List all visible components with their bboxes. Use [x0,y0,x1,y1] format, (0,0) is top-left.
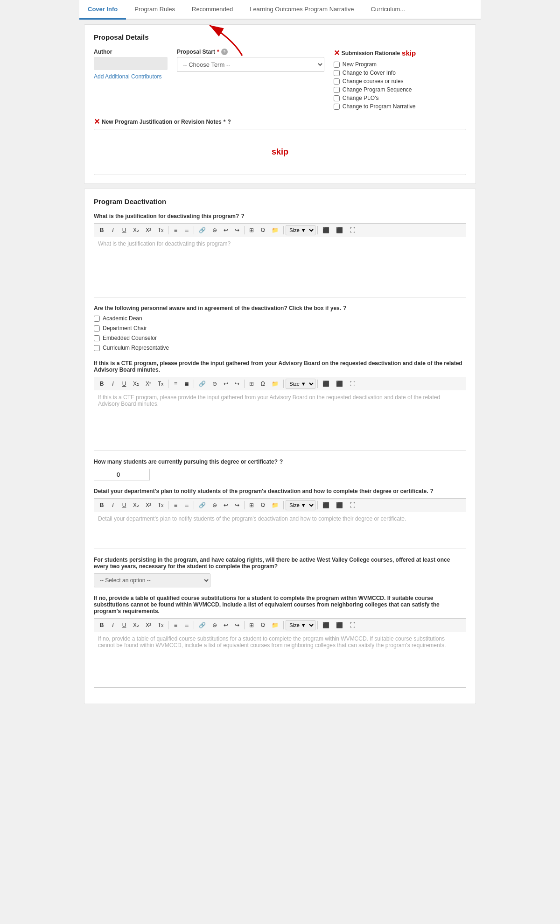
students-count-input[interactable] [94,469,150,480]
q7-size-select[interactable]: Size ▼ [286,620,315,630]
q3-subscript-btn[interactable]: X₂ [130,379,142,389]
size-select[interactable]: Size ▼ [286,225,315,235]
q3-clear-btn[interactable]: Tx [155,379,166,389]
rationale-checkbox-5[interactable] [334,104,340,110]
q3-bold-btn[interactable]: B [97,379,107,389]
rationale-option-2[interactable]: Change courses or rules [334,78,466,85]
q5-bold-btn[interactable]: B [97,500,107,510]
q3-unlink-btn[interactable]: ⊖ [210,379,220,389]
q1-info-icon[interactable]: ? [241,213,244,219]
q5-italic-btn[interactable]: I [108,500,118,510]
q3-editor[interactable]: If this is a CTE program, please provide… [94,390,466,451]
rationale-option-4[interactable]: Change PLO's [334,95,466,101]
q3-superscript-btn[interactable]: X² [143,379,154,389]
personnel-checkbox-2[interactable] [94,335,100,341]
subscript-btn[interactable]: X₂ [130,225,142,235]
q4-info-icon[interactable]: ? [280,458,283,465]
tab-curriculum[interactable]: Curriculum... [362,0,413,20]
ul-btn[interactable]: ≡ [170,225,181,235]
personnel-option-3[interactable]: Curriculum Representative [94,345,466,351]
file-btn[interactable]: 📁 [269,225,281,235]
q7-unlink-btn[interactable]: ⊖ [210,620,220,630]
q3-link-btn[interactable]: 🔗 [196,379,209,389]
q3-omega-btn[interactable]: Ω [258,379,268,389]
q7-subscript-btn[interactable]: X₂ [130,620,142,630]
q7-align2-btn[interactable]: ⬛ [333,620,346,630]
q7-editor[interactable]: If no, provide a table of qualified cour… [94,632,466,688]
q5-unlink-btn[interactable]: ⊖ [210,500,220,510]
q7-link-btn[interactable]: 🔗 [196,620,209,630]
align-center-btn[interactable]: ⬛ [333,225,346,235]
table-btn[interactable]: ⊞ [246,225,257,235]
rationale-checkbox-3[interactable] [334,87,340,93]
fullscreen-btn[interactable]: ⛶ [347,225,358,235]
q5-file-btn[interactable]: 📁 [269,500,281,510]
term-select[interactable]: -- Choose Term -- [177,57,324,72]
rationale-checkbox-1[interactable] [334,70,340,76]
q5-ol-btn[interactable]: ≣ [182,500,192,510]
rationale-checkbox-2[interactable] [334,78,340,85]
q7-bold-btn[interactable]: B [97,620,107,630]
q5-omega-btn[interactable]: Ω [258,500,268,510]
q3-italic-btn[interactable]: I [108,379,118,389]
italic-btn[interactable]: I [108,225,118,235]
q5-align-btn[interactable]: ⬛ [320,500,332,510]
rationale-option-0[interactable]: New Program [334,61,466,68]
link-btn[interactable]: 🔗 [196,225,209,235]
q5-fullscreen-btn[interactable]: ⛶ [347,500,358,510]
q7-omega-btn[interactable]: Ω [258,620,268,630]
personnel-checkbox-1[interactable] [94,325,100,332]
q7-file-btn[interactable]: 📁 [269,620,281,630]
personnel-checkbox-3[interactable] [94,345,100,351]
align-left-btn[interactable]: ⬛ [320,225,332,235]
redo-btn[interactable]: ↪ [232,225,242,235]
q5-superscript-btn[interactable]: X² [143,500,154,510]
q3-align-btn[interactable]: ⬛ [320,379,332,389]
q3-redo-btn[interactable]: ↪ [232,379,242,389]
unlink-btn[interactable]: ⊖ [210,225,220,235]
q5-subscript-btn[interactable]: X₂ [130,500,142,510]
q7-clear-btn[interactable]: Tx [155,620,166,630]
personnel-checkbox-0[interactable] [94,316,100,322]
rationale-checkbox-0[interactable] [334,62,340,68]
q5-size-select[interactable]: Size ▼ [286,500,315,510]
undo-btn[interactable]: ↩ [221,225,231,235]
personnel-option-0[interactable]: Academic Dean [94,315,466,322]
tab-program-rules[interactable]: Program Rules [126,0,183,20]
q7-underline-btn[interactable]: U [119,620,129,630]
q5-ul-btn[interactable]: ≡ [170,500,181,510]
q7-ul-btn[interactable]: ≡ [170,620,181,630]
clear-format-btn[interactable]: Tx [155,225,166,235]
q7-superscript-btn[interactable]: X² [143,620,154,630]
q3-file-btn[interactable]: 📁 [269,379,281,389]
q5-underline-btn[interactable]: U [119,500,129,510]
omega-btn[interactable]: Ω [258,225,268,235]
q7-align-btn[interactable]: ⬛ [320,620,332,630]
q3-underline-btn[interactable]: U [119,379,129,389]
q7-table-btn[interactable]: ⊞ [246,620,257,630]
justification-info-icon[interactable]: ? [227,119,231,125]
q3-ul-btn[interactable]: ≡ [170,379,181,389]
q7-italic-btn[interactable]: I [108,620,118,630]
q7-ol-btn[interactable]: ≣ [182,620,192,630]
tab-cover-info[interactable]: Cover Info [79,0,126,20]
q5-table-btn[interactable]: ⊞ [246,500,257,510]
catalog-rights-select[interactable]: -- Select an option -- [94,573,210,587]
add-contributors-link[interactable]: Add Additional Contributors [94,73,161,80]
info-icon[interactable]: ? [221,49,228,55]
rationale-option-5[interactable]: Change to Program Narrative [334,103,466,110]
q1-editor[interactable]: What is the justification for deactivati… [94,237,466,297]
q7-fullscreen-btn[interactable]: ⛶ [347,620,358,630]
q5-editor[interactable]: Detail your department's plan to notify … [94,512,466,549]
q3-size-select[interactable]: Size ▼ [286,379,315,389]
q3-table-btn[interactable]: ⊞ [246,379,257,389]
q7-undo-btn[interactable]: ↩ [221,620,231,630]
ol-btn[interactable]: ≣ [182,225,192,235]
q5-redo-btn[interactable]: ↪ [232,500,242,510]
q3-ol-btn[interactable]: ≣ [182,379,192,389]
bold-btn[interactable]: B [97,225,107,235]
q5-align2-btn[interactable]: ⬛ [333,500,346,510]
rationale-checkbox-4[interactable] [334,95,340,101]
q3-align2-btn[interactable]: ⬛ [333,379,346,389]
q3-undo-btn[interactable]: ↩ [221,379,231,389]
